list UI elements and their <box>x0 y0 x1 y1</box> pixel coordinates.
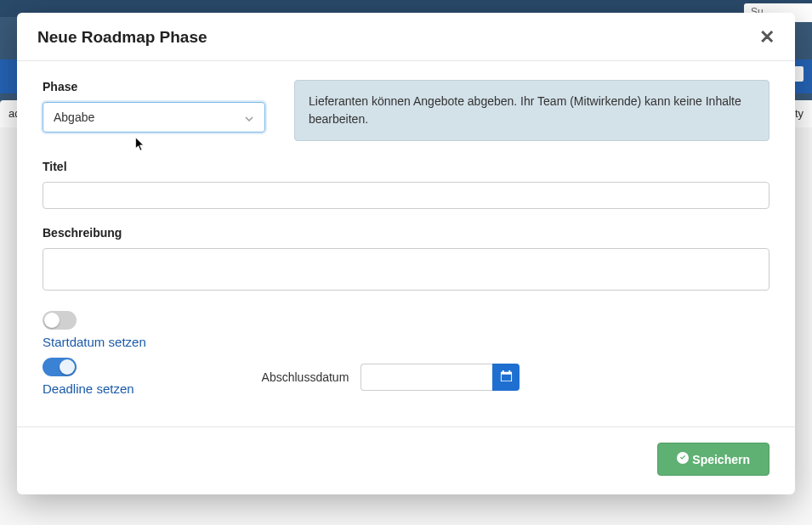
save-button[interactable]: Speichern <box>657 443 769 476</box>
dialog-footer: Speichern <box>17 426 795 494</box>
calendar-icon <box>500 370 513 385</box>
close-button[interactable]: ✕ <box>759 28 775 47</box>
dialog-title: Neue Roadmap Phase <box>37 28 207 47</box>
end-date-input[interactable] <box>361 364 492 391</box>
close-icon: ✕ <box>759 26 775 48</box>
description-textarea[interactable] <box>43 248 769 291</box>
title-input[interactable] <box>43 182 769 209</box>
phase-info-box: Lieferanten können Angebote abgeben. Ihr… <box>294 80 769 141</box>
toggle-knob <box>60 359 75 375</box>
phase-select-value: Abgabe <box>54 110 94 124</box>
dialog-header: Neue Roadmap Phase ✕ <box>17 13 795 61</box>
chevron-down-icon <box>244 112 254 127</box>
deadline-toggle-label: Deadline setzen <box>43 381 134 396</box>
deadline-toggle[interactable] <box>43 358 77 376</box>
dialog-body: Phase Abgabe Lieferanten können Angebote… <box>17 61 795 396</box>
new-roadmap-phase-dialog: Neue Roadmap Phase ✕ Phase Abgabe Liefer… <box>17 13 795 494</box>
phase-select[interactable]: Abgabe <box>43 102 265 133</box>
title-label: Titel <box>43 160 769 173</box>
start-date-toggle-label: Startdatum setzen <box>43 335 146 349</box>
start-date-toggle[interactable] <box>43 311 77 330</box>
end-date-picker-button[interactable] <box>492 364 520 391</box>
end-date-label: Abschlussdatum <box>262 370 349 384</box>
save-button-label: Speichern <box>692 453 750 466</box>
phase-label: Phase <box>43 80 265 93</box>
checkmark-circle-icon <box>677 452 689 466</box>
toggle-knob <box>44 313 60 328</box>
description-label: Beschreibung <box>43 226 769 240</box>
